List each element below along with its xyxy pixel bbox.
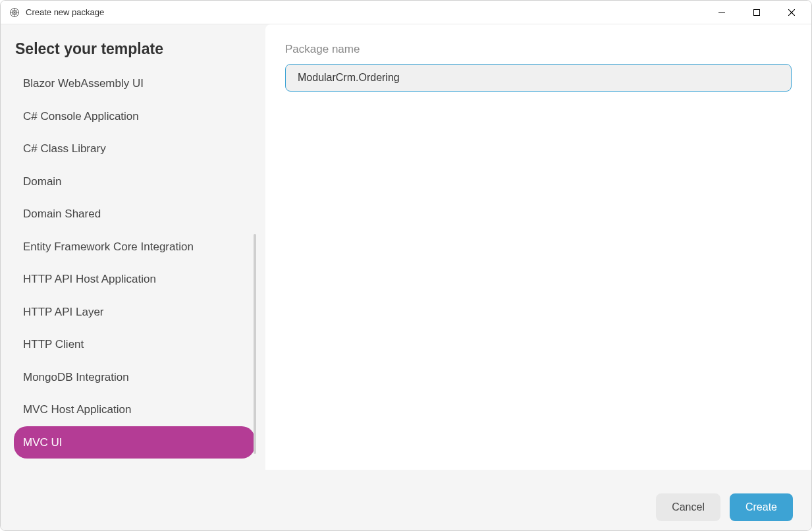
maximize-button[interactable] (742, 3, 771, 22)
dialog-content: Select your template Blazor WebAssembly … (1, 24, 811, 484)
package-name-label: Package name (285, 43, 792, 56)
template-item-http-api-host-application[interactable]: HTTP API Host Application (14, 263, 255, 296)
titlebar: Create new package (1, 1, 811, 24)
template-item-blazor-webassembly-ui[interactable]: Blazor WebAssembly UI (14, 67, 255, 100)
template-item-entity-framework-core-integration[interactable]: Entity Framework Core Integration (14, 231, 255, 264)
close-icon (788, 9, 795, 16)
template-item-mvc-host-application[interactable]: MVC Host Application (14, 393, 255, 426)
template-item-mvc-ui[interactable]: MVC UI (14, 426, 255, 459)
sidebar-heading: Select your template (14, 40, 255, 58)
dialog-footer: Cancel Create (1, 484, 811, 530)
minimize-button[interactable] (707, 3, 736, 22)
template-item-mongodb-integration[interactable]: MongoDB Integration (14, 361, 255, 394)
template-item-domain[interactable]: Domain (14, 165, 255, 198)
template-item-http-client[interactable]: HTTP Client (14, 328, 255, 361)
maximize-icon (753, 9, 760, 16)
sidebar-scrollbar[interactable] (254, 234, 256, 454)
template-item-csharp-console-application[interactable]: C# Console Application (14, 100, 255, 133)
svg-rect-3 (753, 9, 759, 15)
close-button[interactable] (776, 3, 806, 22)
template-list: Blazor WebAssembly UI C# Console Applica… (14, 67, 255, 459)
cancel-button[interactable]: Cancel (656, 493, 720, 521)
main-panel: Package name (265, 24, 811, 470)
template-item-http-api-layer[interactable]: HTTP API Layer (14, 296, 255, 329)
template-item-domain-shared[interactable]: Domain Shared (14, 198, 255, 231)
template-sidebar: Select your template Blazor WebAssembly … (1, 24, 265, 484)
minimize-icon (718, 9, 725, 16)
app-icon (9, 7, 20, 18)
dialog-window: Create new package Select (0, 0, 812, 531)
template-item-csharp-class-library[interactable]: C# Class Library (14, 132, 255, 165)
package-name-input[interactable] (285, 64, 792, 92)
create-button[interactable]: Create (730, 493, 793, 521)
window-controls (707, 3, 806, 22)
window-title: Create new package (26, 7, 707, 17)
